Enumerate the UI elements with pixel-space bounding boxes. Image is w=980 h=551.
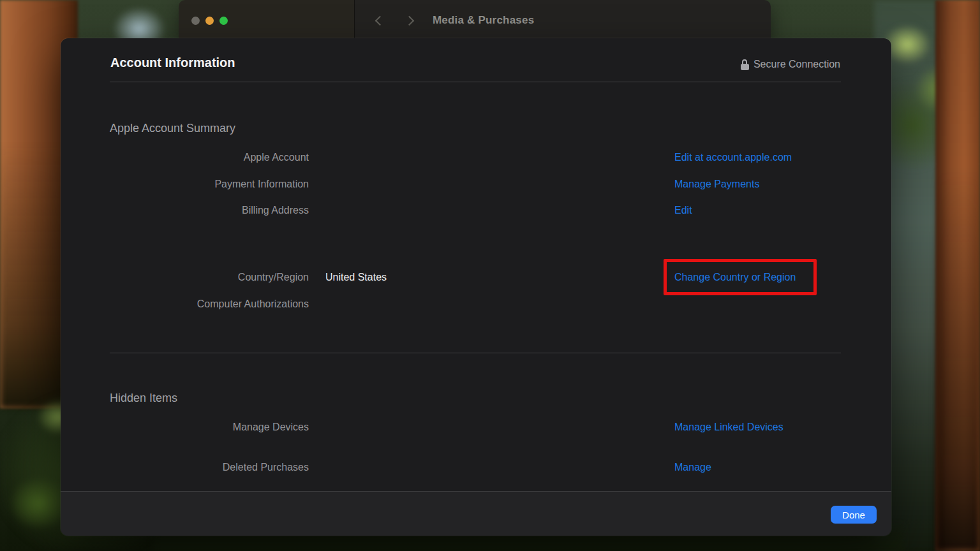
billing-address-row: Billing Address Edit xyxy=(61,203,891,217)
secure-connection-indicator: Secure Connection xyxy=(741,57,840,71)
dialog-footer: Done xyxy=(61,491,891,536)
apple-account-row: Apple Account Edit at account.apple.com xyxy=(61,151,891,165)
deleted-purchases-row: Deleted Purchases Manage xyxy=(61,460,891,474)
row-label: Deleted Purchases xyxy=(110,460,309,474)
manage-deleted-purchases-link[interactable]: Manage xyxy=(674,460,711,474)
manage-payments-link[interactable]: Manage Payments xyxy=(674,177,759,191)
country-region-value: United States xyxy=(325,270,387,284)
lock-icon xyxy=(741,59,749,70)
row-label: Payment Information xyxy=(110,177,309,191)
section-divider xyxy=(110,353,841,353)
window-controls xyxy=(191,17,228,25)
background-window-sidebar xyxy=(179,0,355,41)
page-title: Account Information xyxy=(110,54,235,71)
country-region-row: Country/Region United States Change Coun… xyxy=(61,270,891,284)
background-app-window[interactable]: Media & Purchases xyxy=(179,0,771,41)
done-button[interactable]: Done xyxy=(831,506,877,524)
manage-linked-devices-link[interactable]: Manage Linked Devices xyxy=(674,420,783,434)
background-window-toolbar: Media & Purchases xyxy=(355,0,771,41)
row-label: Country/Region xyxy=(110,270,309,284)
account-information-dialog: Account Information Secure Connection Ap… xyxy=(61,38,891,536)
header-divider xyxy=(110,82,841,82)
close-window-button[interactable] xyxy=(191,17,200,25)
edit-at-account-apple-com-link[interactable]: Edit at account.apple.com xyxy=(674,151,792,165)
payment-information-row: Payment Information Manage Payments xyxy=(61,177,891,191)
back-chevron-icon[interactable] xyxy=(375,17,383,24)
change-country-or-region-link[interactable]: Change Country or Region xyxy=(674,270,796,284)
row-label: Computer Authorizations xyxy=(110,297,309,311)
minimize-window-button[interactable] xyxy=(205,17,214,25)
secure-connection-label: Secure Connection xyxy=(754,59,840,70)
row-label: Apple Account xyxy=(110,151,309,165)
manage-devices-row: Manage Devices Manage Linked Devices xyxy=(61,420,891,434)
background-window-title: Media & Purchases xyxy=(433,14,534,27)
zoom-window-button[interactable] xyxy=(219,17,228,25)
forward-chevron-icon[interactable] xyxy=(405,17,412,24)
wallpaper-trunk-right-shadow xyxy=(935,0,980,551)
hidden-items-section-heading: Hidden Items xyxy=(110,390,177,406)
row-label: Manage Devices xyxy=(110,420,309,434)
edit-billing-address-link[interactable]: Edit xyxy=(674,203,692,217)
row-label: Billing Address xyxy=(110,203,309,217)
computer-authorizations-row: Computer Authorizations xyxy=(61,297,891,311)
summary-section-heading: Apple Account Summary xyxy=(110,120,235,136)
